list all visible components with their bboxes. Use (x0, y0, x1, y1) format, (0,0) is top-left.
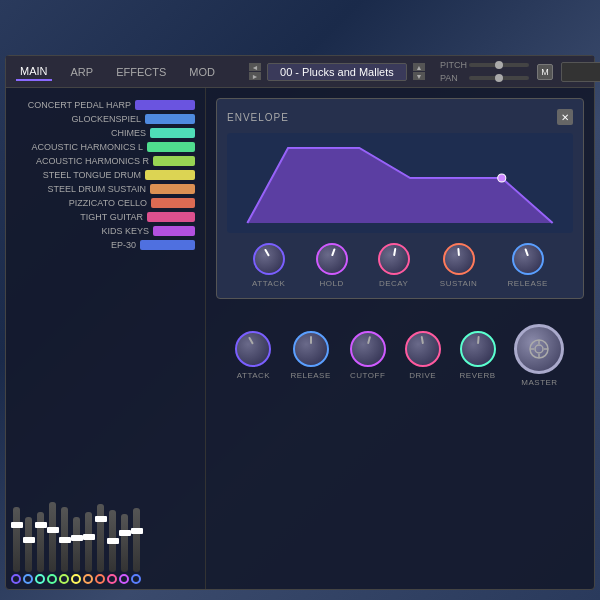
knob-indicator (393, 248, 396, 256)
env-knob-sustain[interactable] (443, 243, 475, 275)
instrument-steel-tongue-drum[interactable]: STEEL TONGUE DRUM (6, 168, 200, 182)
preset-name[interactable]: 00 - Plucks and Mallets (267, 63, 407, 81)
fader-thumb-10 (119, 530, 131, 536)
fader-9[interactable] (109, 510, 116, 572)
preset-prev-button[interactable]: ◄ (249, 63, 261, 71)
fader-group-10 (119, 514, 129, 584)
pitch-pan-area: PITCH PAN M ⚙ (440, 60, 600, 83)
instrument-chimes[interactable]: CHIMES (6, 126, 200, 140)
svg-point-3 (535, 345, 543, 353)
fader-thumb-2 (23, 537, 35, 543)
master-button[interactable] (514, 324, 564, 374)
bottom-knob-cutoff-label: CUTOFF (350, 371, 385, 380)
env-knob-hold-label: HOLD (319, 279, 343, 288)
env-knob-decay-group: DECAY (378, 243, 410, 288)
env-knob-release[interactable] (512, 243, 544, 275)
knob-indicator (457, 248, 460, 256)
instrument-ep30[interactable]: EP-30 (6, 238, 200, 252)
instrument-kids-keys[interactable]: KIDS KEYS (6, 224, 200, 238)
pitch-thumb (495, 61, 503, 69)
preset-next-button[interactable]: ► (249, 72, 261, 80)
fader-dot-3 (35, 574, 45, 584)
fader-dot-2 (23, 574, 33, 584)
bottom-knob-reverb[interactable] (460, 331, 496, 367)
fader-area (6, 489, 206, 589)
instrument-bar (153, 226, 195, 236)
instrument-pizzicato-cello[interactable]: PIZZICATO CELLO (6, 196, 200, 210)
bottom-knob-release[interactable] (293, 331, 329, 367)
fader-dot-10 (119, 574, 129, 584)
fader-thumb-4 (47, 527, 59, 533)
instrument-bar (147, 142, 195, 152)
fader-3[interactable] (37, 512, 44, 572)
pitch-slider[interactable] (469, 63, 529, 67)
preset-up-button[interactable]: ▲ (413, 63, 425, 71)
bottom-knob-attack-group: ATTACK (235, 331, 271, 380)
knob-indicator (331, 248, 336, 256)
preset-down-button[interactable]: ▼ (413, 72, 425, 80)
fader-dot-11 (131, 574, 141, 584)
fader-8[interactable] (97, 504, 104, 572)
fader-7[interactable] (85, 512, 92, 572)
indicator-wrap (255, 245, 283, 273)
instrument-list: CONCERT PEDAL HARP GLOCKENSPIEL CHIMES A… (6, 98, 205, 252)
fader-1[interactable] (13, 507, 20, 572)
fader-thumb-11 (131, 528, 143, 534)
instrument-acoustic-harmonics-r[interactable]: ACOUSTIC HARMONICS R (6, 154, 200, 168)
instrument-bar (145, 170, 195, 180)
tab-arp[interactable]: ARP (67, 64, 98, 80)
bottom-knob-drive[interactable] (405, 331, 441, 367)
indicator-wrap (318, 245, 346, 273)
preset-nav-arrows: ◄ ► (249, 63, 261, 80)
pan-slider[interactable] (469, 76, 529, 80)
instrument-label: PIZZICATO CELLO (69, 198, 151, 208)
envelope-display (227, 133, 573, 233)
fader-thumb-3 (35, 522, 47, 528)
value-display (561, 62, 600, 82)
fader-group-4 (47, 502, 57, 584)
tab-main[interactable]: MAIN (16, 63, 52, 81)
env-knob-hold[interactable] (316, 243, 348, 275)
bottom-knob-drive-group: DRIVE (405, 331, 441, 380)
instrument-acoustic-harmonics-l[interactable]: ACOUSTIC HARMONICS L (6, 140, 200, 154)
fader-2[interactable] (25, 517, 32, 572)
knob-indicator (477, 336, 480, 344)
bottom-knob-attack[interactable] (235, 331, 271, 367)
pitch-pan-sliders: PITCH PAN (440, 60, 529, 83)
bottom-knob-drive-label: DRIVE (409, 371, 436, 380)
fader-dot-4 (47, 574, 57, 584)
envelope-close-button[interactable]: ✕ (557, 109, 573, 125)
env-knob-release-group: RELEASE (508, 243, 548, 288)
instrument-steel-drum-sustain[interactable]: STEEL DRUM SUSTAIN (6, 182, 200, 196)
fader-10[interactable] (121, 514, 128, 572)
tab-mod[interactable]: MOD (185, 64, 219, 80)
fader-thumb-9 (107, 538, 119, 544)
instrument-concert-pedal-harp[interactable]: CONCERT PEDAL HARP (6, 98, 200, 112)
svg-point-1 (498, 174, 506, 182)
fader-dot-7 (83, 574, 93, 584)
fader-11[interactable] (133, 508, 140, 572)
fader-group-11 (131, 508, 141, 584)
m-button[interactable]: M (537, 64, 553, 80)
instrument-bar (150, 128, 195, 138)
env-knob-release-label: RELEASE (508, 279, 548, 288)
fader-group-6 (71, 517, 81, 584)
instrument-tight-guitar[interactable]: TIGHT GUITAR (6, 210, 200, 224)
fader-group-7 (83, 512, 93, 584)
instrument-bar (153, 156, 195, 166)
bottom-knob-release-group: RELEASE (290, 331, 330, 380)
tab-effects[interactable]: EFFECTS (112, 64, 170, 80)
right-panel: ENVELOPE ✕ (206, 88, 594, 589)
fader-5[interactable] (61, 507, 68, 572)
bottom-knob-cutoff[interactable] (350, 331, 386, 367)
fader-6[interactable] (73, 517, 80, 572)
envelope-knobs: ATTACK HOLD (227, 243, 573, 288)
fader-dot-5 (59, 574, 69, 584)
fader-4[interactable] (49, 502, 56, 572)
env-knob-attack[interactable] (253, 243, 285, 275)
fader-dot-6 (71, 574, 81, 584)
envelope-title: ENVELOPE (227, 112, 289, 123)
env-knob-decay[interactable] (378, 243, 410, 275)
instrument-glockenspiel[interactable]: GLOCKENSPIEL (6, 112, 200, 126)
fader-group-9 (107, 510, 117, 584)
